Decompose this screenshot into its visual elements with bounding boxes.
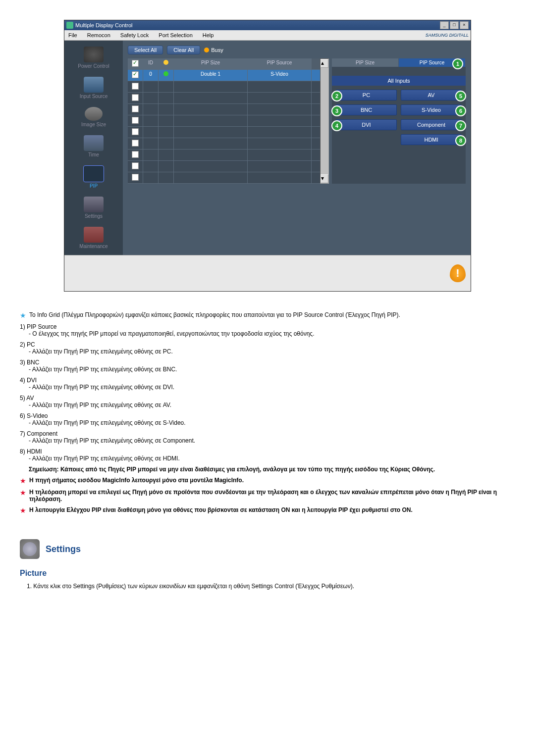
- cell-pip-source: S-Video: [248, 70, 312, 81]
- row-checkbox[interactable]: [132, 140, 139, 147]
- scroll-up-button[interactable]: ▴: [321, 59, 328, 68]
- item-6: 6) S-Video - Αλλάζει την Πηγή PIP της επ…: [20, 412, 515, 426]
- description-area: ★ Το Info Grid (Πλέγμα Πληροφοριών) εμφα…: [20, 311, 515, 590]
- sidebar-item-power[interactable]: Power Control: [66, 45, 121, 71]
- picture-step-1: 1. Κάντε κλικ στο Settings (Ρυθμίσεις) τ…: [27, 583, 515, 590]
- all-inputs-bar: All Inputs: [332, 76, 466, 86]
- callout-4: 4: [331, 120, 342, 131]
- row-checkbox[interactable]: [132, 128, 139, 135]
- row-checkbox[interactable]: [132, 71, 139, 78]
- sidebar-item-time[interactable]: Time: [66, 133, 121, 159]
- busy-label: Busy: [211, 47, 223, 53]
- hdmi-label: HDMI: [424, 137, 438, 143]
- right-col-pip-source: PIP Source 1: [399, 58, 466, 67]
- table-row[interactable]: [128, 115, 320, 127]
- wrench-icon: [84, 227, 104, 243]
- table-row[interactable]: [128, 81, 320, 93]
- row-checkbox[interactable]: [132, 83, 139, 90]
- col-pip-source: PIP Source: [248, 58, 312, 69]
- item-8: 8) HDMI - Αλλάζει την Πηγή PIP της επιλε…: [20, 448, 515, 462]
- menu-safety-lock[interactable]: Safety Lock: [118, 31, 151, 39]
- sidebar-label-image: Image Size: [81, 122, 106, 127]
- monitor-icon: [84, 77, 104, 93]
- info-grid: ID PIP Size PIP Source 0 Double 1 S-Vide…: [128, 58, 320, 184]
- svideo-label: S-Video: [422, 107, 441, 113]
- warning-pip-on: ★ Η λειτουργία Ελέγχου PIP είναι διαθέσι…: [20, 506, 515, 514]
- star-icon: ★: [20, 489, 26, 503]
- picture-heading: Picture: [20, 569, 515, 578]
- pc-label: PC: [363, 92, 370, 98]
- alert-icon: !: [450, 264, 466, 282]
- callout-8: 8: [455, 135, 466, 146]
- table-row[interactable]: 0 Double 1 S-Video: [128, 70, 320, 81]
- table-row[interactable]: [128, 93, 320, 104]
- menu-port-selection[interactable]: Port Selection: [157, 31, 194, 39]
- sidebar-item-pip[interactable]: PIP: [66, 163, 121, 191]
- sidebar-item-maintenance[interactable]: Maintenance: [66, 225, 121, 251]
- warning-magicinfo: ★ Η πηγή σήματος εισόδου MagicInfo λειτο…: [20, 477, 515, 485]
- av-button[interactable]: AV 5: [401, 90, 462, 101]
- sidebar-item-settings[interactable]: Settings: [66, 195, 121, 221]
- hdmi-button[interactable]: HDMI 8: [401, 134, 462, 145]
- cell-pip-size: Double 1: [174, 70, 248, 81]
- callout-7: 7: [455, 120, 466, 131]
- component-button[interactable]: Component 7: [401, 119, 462, 130]
- table-row[interactable]: [128, 127, 320, 138]
- settings-section-icon: [20, 539, 40, 559]
- close-button[interactable]: ×: [460, 21, 469, 29]
- sidebar-label-settings: Settings: [85, 213, 103, 219]
- callout-5: 5: [455, 91, 466, 101]
- menu-help[interactable]: Help: [201, 31, 216, 39]
- cell-id: 0: [143, 70, 159, 81]
- status-dot-icon: [163, 71, 168, 76]
- pc-button[interactable]: 2 PC: [336, 90, 397, 101]
- pip-source-note: Σημείωση: Κάποιες από τις Πηγές PIP μπορ…: [29, 466, 515, 473]
- busy-indicator: Busy: [204, 47, 223, 53]
- col-id: ID: [143, 58, 159, 69]
- av-label: AV: [428, 92, 435, 98]
- sidebar-label-power: Power Control: [78, 63, 109, 69]
- item-3: 3) BNC - Αλλάζει την Πηγή PIP της επιλεγ…: [20, 359, 515, 373]
- row-checkbox[interactable]: [132, 117, 139, 124]
- right-panel: PIP Size PIP Source 1 All Inputs 2 PC: [332, 58, 466, 184]
- table-row[interactable]: [128, 150, 320, 161]
- maximize-button[interactable]: □: [450, 21, 459, 29]
- item-7: 7) Component - Αλλάζει την Πηγή PIP της …: [20, 430, 515, 444]
- row-checkbox[interactable]: [132, 174, 139, 181]
- table-row[interactable]: [128, 138, 320, 150]
- select-all-button[interactable]: Select All: [128, 46, 163, 54]
- info-grid-area: ID PIP Size PIP Source 0 Double 1 S-Vide…: [128, 58, 466, 184]
- row-checkbox[interactable]: [132, 105, 139, 112]
- clear-all-button[interactable]: Clear All: [167, 46, 200, 54]
- bnc-button[interactable]: 3 BNC: [336, 104, 397, 115]
- sidebar: Power Control Input Source Image Size Ti…: [64, 41, 123, 255]
- title-bar: Multiple Display Control _ □ ×: [64, 20, 471, 30]
- sidebar-item-image[interactable]: Image Size: [66, 105, 121, 129]
- row-checkbox[interactable]: [132, 151, 139, 158]
- busy-dot-icon: [204, 48, 209, 52]
- right-col-pip-size: PIP Size: [332, 58, 399, 67]
- row-checkbox[interactable]: [132, 94, 139, 101]
- scroll-down-button[interactable]: ▾: [321, 174, 328, 183]
- table-row[interactable]: [128, 172, 320, 184]
- app-window: Multiple Display Control _ □ × File Remo…: [64, 20, 471, 292]
- brand-label: SAMSUNG DIGITALL: [426, 33, 469, 38]
- window-title: Multiple Display Control: [75, 22, 133, 28]
- item-2: 2) PC - Αλλάζει την Πηγή PIP της επιλεγμ…: [20, 341, 515, 355]
- warning-tv: ★ Η τηλεόραση μπορεί να επιλεγεί ως Πηγή…: [20, 489, 515, 503]
- table-row[interactable]: [128, 104, 320, 115]
- table-row[interactable]: [128, 161, 320, 172]
- sidebar-label-maint: Maintenance: [79, 244, 107, 249]
- svideo-button[interactable]: S-Video 6: [401, 104, 462, 115]
- minimize-button[interactable]: _: [440, 21, 449, 29]
- menu-remocon[interactable]: Remocon: [85, 31, 112, 39]
- row-checkbox[interactable]: [132, 162, 139, 169]
- header-checkbox[interactable]: [132, 60, 139, 67]
- gear-icon: [84, 197, 104, 212]
- menu-file[interactable]: File: [66, 31, 79, 39]
- scrollbar[interactable]: ▴ ▾: [320, 58, 329, 184]
- toolbar-row: Select All Clear All Busy: [128, 46, 466, 54]
- sidebar-item-input[interactable]: Input Source: [66, 75, 121, 101]
- dvi-button[interactable]: 4 DVI: [336, 119, 397, 130]
- grid-header: ID PIP Size PIP Source: [128, 58, 320, 70]
